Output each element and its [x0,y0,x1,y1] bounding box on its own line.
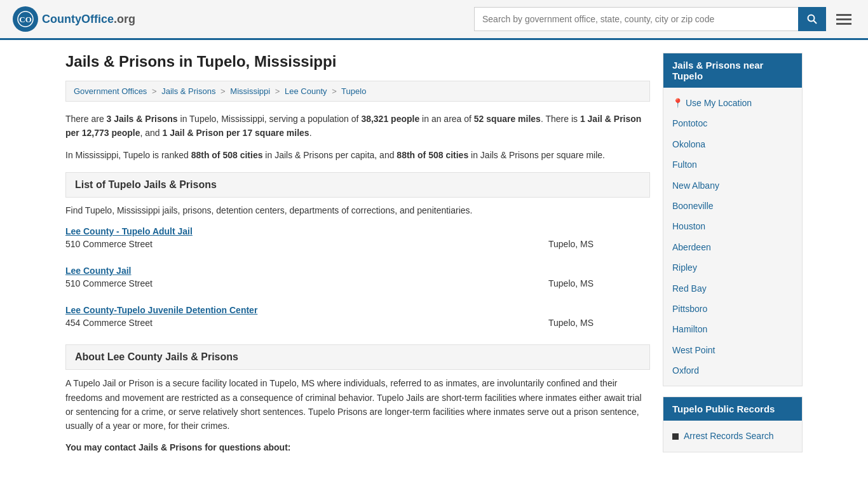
search-icon [807,14,817,24]
menu-line2 [836,18,851,20]
contact-bold: You may contact Jails & Prisons for ques… [65,442,650,452]
sidebar: Jails & Prisons near Tupelo 📍 Use My Loc… [663,53,803,452]
nearby-box: Jails & Prisons near Tupelo 📍 Use My Loc… [663,53,803,386]
jail-address-2: 510 Commerce Street [65,278,548,288]
nearby-link-okolona[interactable]: Okolona [663,134,802,154]
nearby-link-pittsboro[interactable]: Pittsboro [663,299,802,319]
list-section-header: List of Tupelo Jails & Prisons [65,172,650,198]
svg-point-2 [808,15,815,22]
breadcrumb-lee-county[interactable]: Lee County [285,86,327,96]
public-records-box: Tupelo Public Records Arrest Records Sea… [663,396,803,452]
jail-address-3: 454 Commerce Street [65,318,548,328]
public-records-title: Tupelo Public Records [663,397,802,421]
square-icon [672,433,679,440]
breadcrumb-sep2: > [220,86,226,96]
menu-button[interactable] [832,10,855,29]
breadcrumb-jails-prisons[interactable]: Jails & Prisons [161,86,215,96]
about-text: A Tupelo Jail or Prison is a secure faci… [65,376,650,433]
header: CO CountyOffice.org [0,0,868,40]
about-section-header: About Lee County Jails & Prisons [65,344,650,370]
nearby-link-oxford[interactable]: Oxford [663,360,802,381]
jail-city-2: Tupelo, MS [548,278,650,288]
breadcrumb-tupelo[interactable]: Tupelo [341,86,366,96]
logo-text: CountyOffice.org [42,13,135,26]
nearby-link-red-bay[interactable]: Red Bay [663,278,802,299]
logo-icon: CO [13,6,38,32]
jail-city-1: Tupelo, MS [548,239,650,249]
menu-line3 [836,23,851,25]
use-my-location-link[interactable]: 📍 Use My Location [663,93,802,113]
breadcrumb: Government Offices > Jails & Prisons > M… [65,81,650,102]
arrest-records-link[interactable]: Arrest Records Search [663,426,802,446]
logo[interactable]: CO CountyOffice.org [13,6,135,32]
nearby-link-west-point[interactable]: West Point [663,340,802,360]
jail-item-2: Lee County Jail 510 Commerce Street Tupe… [65,266,650,292]
jail-list: Lee County - Tupelo Adult Jail 510 Comme… [65,226,650,332]
jail-name-2[interactable]: Lee County Jail [65,266,650,276]
menu-line1 [836,14,851,16]
nearby-link-fulton[interactable]: Fulton [663,154,802,175]
nearby-link-booneville[interactable]: Booneville [663,196,802,216]
breadcrumb-gov-offices[interactable]: Government Offices [74,86,147,96]
pin-icon: 📍 [672,98,683,108]
svg-line-3 [814,21,817,24]
jail-name-1[interactable]: Lee County - Tupelo Adult Jail [65,226,650,236]
search-area [474,7,855,31]
search-button[interactable] [798,7,826,31]
jail-details-2: 510 Commerce Street Tupelo, MS [65,278,650,288]
nearby-link-pontotoc[interactable]: Pontotoc [663,113,802,133]
nearby-links: 📍 Use My Location Pontotoc Okolona Fulto… [663,88,802,386]
jail-details-1: 510 Commerce Street Tupelo, MS [65,239,650,249]
nearby-title: Jails & Prisons near Tupelo [663,53,802,88]
nearby-link-hamilton[interactable]: Hamilton [663,319,802,339]
nearby-link-new-albany[interactable]: New Albany [663,175,802,196]
main-content: Jails & Prisons in Tupelo, Mississippi G… [65,53,650,452]
nearby-link-ripley[interactable]: Ripley [663,257,802,278]
page-wrapper: Jails & Prisons in Tupelo, Mississippi G… [53,40,815,465]
jail-city-3: Tupelo, MS [548,318,650,328]
breadcrumb-sep4: > [332,86,337,96]
nearby-link-houston[interactable]: Houston [663,216,802,236]
breadcrumb-sep3: > [275,86,280,96]
description-1: There are 3 Jails & Prisons in Tupelo, M… [65,112,650,140]
breadcrumb-mississippi[interactable]: Mississippi [230,86,270,96]
nearby-link-aberdeen[interactable]: Aberdeen [663,237,802,257]
jail-address-1: 510 Commerce Street [65,239,548,249]
jail-name-3[interactable]: Lee County-Tupelo Juvenile Detention Cen… [65,305,650,315]
jail-item-1: Lee County - Tupelo Adult Jail 510 Comme… [65,226,650,253]
public-records-links: Arrest Records Search [663,421,802,451]
jail-details-3: 454 Commerce Street Tupelo, MS [65,318,650,328]
jail-item-3: Lee County-Tupelo Juvenile Detention Cen… [65,305,650,332]
description-2: In Mississippi, Tupelo is ranked 88th of… [65,148,650,162]
search-input[interactable] [474,7,798,31]
page-title: Jails & Prisons in Tupelo, Mississippi [65,53,650,71]
svg-text:CO: CO [19,15,32,24]
find-text: Find Tupelo, Mississippi jails, prisons,… [65,204,650,217]
breadcrumb-sep1: > [152,86,157,96]
